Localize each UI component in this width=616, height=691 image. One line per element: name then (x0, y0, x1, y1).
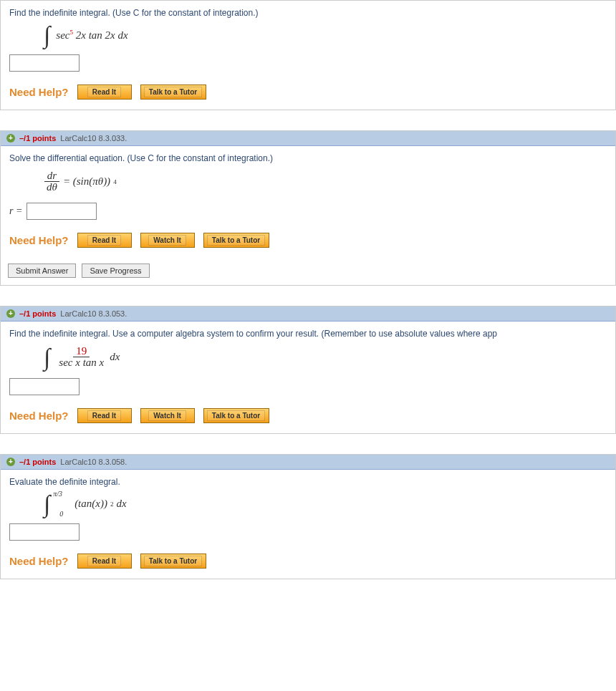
q4-header: + –/1 points LarCalc10 8.3.058. (1, 455, 615, 470)
q4-points: –/1 points (19, 458, 56, 466)
expand-icon[interactable]: + (6, 134, 15, 142)
talk-to-tutor-button[interactable]: Talk to a Tutor (140, 554, 206, 569)
q3-math: ∫ 19 sec x tan x dx (44, 346, 607, 368)
q2-lhs-frac: dr dθ (44, 170, 60, 193)
integral-icon: ∫ (44, 25, 50, 44)
read-it-button[interactable]: Read It (77, 408, 132, 423)
question-4: + –/1 points LarCalc10 8.3.058. Evaluate… (0, 454, 616, 579)
read-it-button[interactable]: Read It (77, 84, 132, 100)
watch-it-button[interactable]: Watch It (140, 233, 195, 248)
question-2: + –/1 points LarCalc10 8.3.033. Solve th… (0, 130, 616, 286)
integral-icon: ∫ (44, 347, 50, 367)
q4-prompt: Evaluate the definite integral. (9, 477, 607, 487)
expand-icon[interactable]: + (6, 309, 15, 318)
save-progress-button[interactable]: Save Progress (82, 264, 149, 278)
q3-prompt: Find the indefinite integral. Use a comp… (9, 329, 607, 339)
q2-ref: LarCalc10 8.3.033. (60, 134, 127, 142)
q4-math: ∫ π/3 0 (tan(x))2 dx (44, 494, 607, 513)
q3-points: –/1 points (19, 309, 56, 318)
talk-to-tutor-button[interactable]: Talk to a Tutor (140, 84, 206, 100)
read-it-button[interactable]: Read It (77, 233, 132, 248)
q3-answer-input[interactable] (9, 378, 80, 395)
q3-header: + –/1 points LarCalc10 8.3.053. (1, 306, 615, 322)
q1-math: ∫ sec5 2x tan 2x dx (44, 25, 607, 44)
q4-upper-limit: π/3 (53, 490, 62, 498)
need-help-label: Need Help? (9, 410, 69, 422)
expand-icon[interactable]: + (6, 458, 15, 466)
read-it-button[interactable]: Read It (77, 554, 132, 569)
talk-to-tutor-button[interactable]: Talk to a Tutor (203, 233, 269, 248)
need-help-label: Need Help? (9, 234, 69, 246)
need-help-label: Need Help? (9, 86, 69, 98)
q2-math: dr dθ = (sin(πθ))4 (44, 170, 607, 193)
q3-ref: LarCalc10 8.3.053. (60, 309, 127, 318)
q2-header: + –/1 points LarCalc10 8.3.033. (1, 131, 615, 146)
need-help-label: Need Help? (9, 555, 69, 567)
q1-answer-input[interactable] (9, 54, 80, 72)
q1-prompt: Find the indefinite integral. (Use C for… (9, 8, 607, 18)
q4-lower-limit: 0 (59, 510, 63, 518)
q4-answer-input[interactable] (9, 523, 80, 541)
q2-answer-input[interactable] (27, 203, 97, 220)
q1-expr: sec5 2x tan 2x dx (56, 29, 127, 42)
question-1: Find the indefinite integral. (Use C for… (0, 0, 616, 110)
submit-answer-button[interactable]: Submit Answer (8, 264, 76, 278)
q3-frac: 19 sec x tan x (56, 346, 107, 368)
question-3: + –/1 points LarCalc10 8.3.053. Find the… (0, 306, 616, 434)
integral-icon: ∫ (44, 494, 50, 513)
watch-it-button[interactable]: Watch It (140, 408, 195, 423)
talk-to-tutor-button[interactable]: Talk to a Tutor (203, 408, 269, 423)
q2-points: –/1 points (19, 134, 56, 142)
q2-rvar: r = (9, 206, 22, 217)
q2-prompt: Solve the differential equation. (Use C … (9, 153, 607, 163)
q4-ref: LarCalc10 8.3.058. (60, 458, 127, 466)
